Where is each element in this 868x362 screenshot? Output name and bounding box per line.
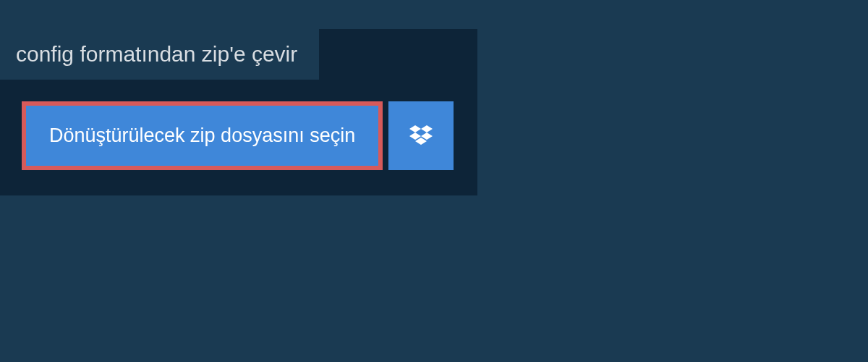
dropbox-icon bbox=[409, 125, 433, 147]
button-row: Dönüştürülecek zip dosyasını seçin bbox=[0, 101, 477, 170]
header-tab: config formatından zip'e çevir bbox=[0, 29, 319, 80]
dropbox-button[interactable] bbox=[388, 101, 454, 170]
select-file-button[interactable]: Dönüştürülecek zip dosyasını seçin bbox=[22, 101, 383, 170]
converter-panel: config formatından zip'e çevir Dönüştürü… bbox=[0, 29, 477, 195]
select-file-label: Dönüştürülecek zip dosyasını seçin bbox=[49, 125, 355, 147]
page-title: config formatından zip'e çevir bbox=[16, 42, 297, 66]
